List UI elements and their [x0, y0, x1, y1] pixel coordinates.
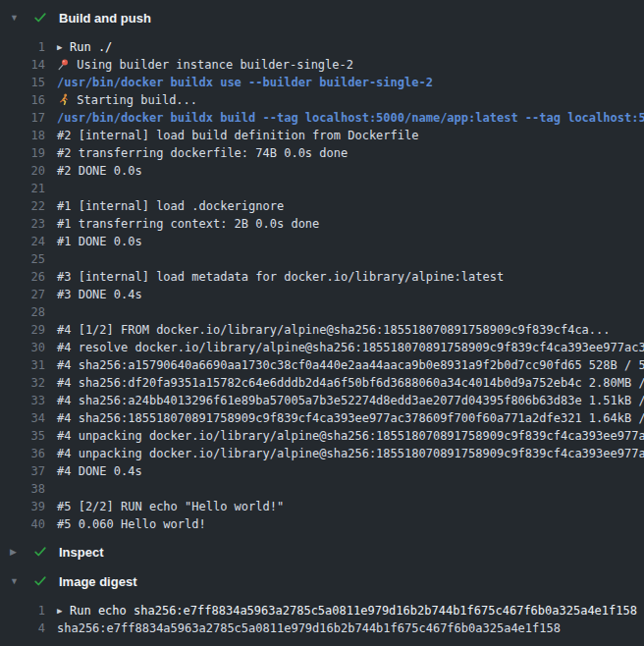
line-number[interactable]: 14 — [0, 56, 45, 74]
check-icon — [33, 11, 59, 25]
line-number[interactable]: 28 — [0, 303, 45, 321]
line-number[interactable]: 17 — [0, 109, 45, 127]
log-text-value: #1 [internal] load .dockerignore — [57, 199, 284, 213]
log-text: #4 sha256:a24bb4013296f61e89ba57005a7b3e… — [57, 392, 644, 409]
line-number[interactable]: 23 — [0, 215, 45, 233]
line-number[interactable]: 31 — [0, 356, 45, 374]
section-title: Build and push — [59, 11, 151, 26]
log-text-value: #4 unpacking docker.io/library/alpine@sh… — [57, 447, 644, 460]
log-line: 23#1 transferring context: 2B 0.0s done — [0, 215, 644, 233]
log-text: #4 resolve docker.io/library/alpine@sha2… — [57, 339, 644, 356]
log-text: #4 sha256:185518070891758909c9f839cf4ca3… — [57, 409, 644, 427]
expand-group-icon[interactable]: ▶ — [57, 602, 70, 619]
line-number[interactable]: 30 — [0, 339, 45, 356]
log-text: #1 [internal] load .dockerignore — [57, 197, 284, 215]
line-number[interactable]: 4 — [0, 619, 45, 637]
log-text: #4 sha256:a15790640a6690aa1730c38cf0a440… — [57, 356, 644, 374]
chevron-right-icon[interactable]: ▶ — [10, 542, 33, 562]
log-line: 34#4 sha256:185518070891758909c9f839cf4c… — [0, 409, 644, 427]
log-line: 29#4 [1/2] FROM docker.io/library/alpine… — [0, 321, 644, 339]
log-line: 36#4 unpacking docker.io/library/alpine@… — [0, 445, 644, 462]
log-line: 24#1 DONE 0.0s — [0, 233, 644, 250]
log-text: #2 [internal] load build definition from… — [57, 127, 418, 144]
line-number[interactable]: 19 — [0, 144, 45, 162]
line-number[interactable]: 1 — [0, 602, 45, 619]
log-line: 16 Starting build... — [0, 91, 644, 109]
log-text: ▶Run ./ — [57, 38, 112, 56]
runner-icon — [57, 93, 70, 106]
log-text: #4 [1/2] FROM docker.io/library/alpine@s… — [57, 321, 611, 339]
line-number[interactable]: 26 — [0, 268, 45, 286]
log-text: #3 DONE 0.4s — [57, 286, 142, 303]
line-number[interactable]: 36 — [0, 445, 45, 462]
log-line: 25 — [0, 250, 644, 268]
line-number[interactable]: 16 — [0, 91, 45, 109]
log-text: #4 sha256:df20fa9351a15782c64e6dddb2d4a6… — [57, 374, 644, 392]
log-line: 1▶Run echo sha256:e7ff8834a5963a2785c5a0… — [0, 602, 644, 619]
section-header-build-and-push[interactable]: ▼Build and push — [0, 3, 644, 32]
line-number[interactable]: 15 — [0, 74, 45, 91]
chevron-down-icon[interactable]: ▼ — [10, 8, 33, 27]
section-header-inspect[interactable]: ▶Inspect — [0, 537, 644, 566]
log-line: 22#1 [internal] load .dockerignore — [0, 197, 644, 215]
line-number[interactable]: 33 — [0, 392, 45, 409]
log-line: 30#4 resolve docker.io/library/alpine@sh… — [0, 339, 644, 356]
log-text-value: #4 sha256:df20fa9351a15782c64e6dddb2d4a6… — [57, 376, 644, 390]
log-text: ▶Run echo sha256:e7ff8834a5963a2785c5a08… — [57, 602, 637, 619]
line-number[interactable]: 22 — [0, 197, 45, 215]
chevron-down-icon[interactable]: ▼ — [10, 571, 33, 591]
log-text: #4 DONE 0.4s — [57, 462, 142, 480]
check-icon — [33, 545, 59, 559]
line-number[interactable]: 38 — [0, 480, 45, 498]
line-number[interactable]: 35 — [0, 427, 45, 445]
log-text: #1 transferring context: 2B 0.0s done — [57, 215, 319, 233]
log-line: 17/usr/bin/docker buildx build --tag loc… — [0, 109, 644, 127]
log-text-value: #4 unpacking docker.io/library/alpine@sh… — [57, 429, 644, 443]
log-line: 21 — [0, 180, 644, 197]
log-text-value: Run echo sha256:e7ff8834a5963a2785c5a081… — [70, 604, 637, 618]
log-text-value: #3 [internal] load metadata for docker.i… — [57, 270, 504, 284]
line-number[interactable]: 27 — [0, 286, 45, 303]
log-line: 20#2 DONE 0.0s — [0, 162, 644, 180]
log-text: #2 DONE 0.0s — [57, 162, 142, 180]
line-number[interactable]: 37 — [0, 462, 45, 480]
line-number[interactable]: 39 — [0, 498, 45, 515]
line-number[interactable]: 34 — [0, 409, 45, 427]
log-text: /usr/bin/docker buildx build --tag local… — [57, 109, 644, 127]
log-section-image-digest: ▼Image digest1▶Run echo sha256:e7ff8834a… — [0, 566, 644, 641]
log-line: 38 — [0, 480, 644, 498]
log-text: #5 [2/2] RUN echo "Hello world!" — [57, 498, 284, 515]
line-number[interactable]: 24 — [0, 233, 45, 250]
line-number[interactable]: 20 — [0, 162, 45, 180]
log-text-value: /usr/bin/docker buildx build --tag local… — [57, 111, 644, 125]
section-title: Image digest — [59, 574, 136, 589]
expand-group-icon[interactable]: ▶ — [57, 38, 70, 56]
log-text-value: #2 [internal] load build definition from… — [57, 129, 418, 142]
line-number[interactable]: 25 — [0, 250, 45, 268]
log-sections: ▼Build and push1▶Run ./14 Using builder … — [0, 3, 644, 641]
log-line: 35#4 unpacking docker.io/library/alpine@… — [0, 427, 644, 445]
log-text: #3 [internal] load metadata for docker.i… — [57, 268, 504, 286]
log-text-value: #4 sha256:a24bb4013296f61e89ba57005a7b3e… — [57, 394, 644, 407]
log-text-value: sha256:e7ff8834a5963a2785c5a0811e979d16b… — [57, 621, 561, 635]
log-text-value: #1 DONE 0.0s — [57, 235, 142, 248]
log-line: 40#5 0.060 Hello world! — [0, 515, 644, 533]
log-line: 27#3 DONE 0.4s — [0, 286, 644, 303]
line-number[interactable]: 40 — [0, 515, 45, 533]
line-number[interactable]: 18 — [0, 127, 45, 144]
line-number[interactable]: 1 — [0, 38, 45, 56]
log-line: 32#4 sha256:df20fa9351a15782c64e6dddb2d4… — [0, 374, 644, 392]
log-section-build-and-push: ▼Build and push1▶Run ./14 Using builder … — [0, 3, 644, 537]
log-text-value: #5 0.060 Hello world! — [57, 517, 206, 531]
log-text-value: #5 [2/2] RUN echo "Hello world!" — [57, 500, 284, 513]
line-number[interactable]: 29 — [0, 321, 45, 339]
log-text-value: #4 sha256:a15790640a6690aa1730c38cf0a440… — [57, 358, 644, 372]
line-number[interactable]: 32 — [0, 374, 45, 392]
log-text: #5 0.060 Hello world! — [57, 515, 206, 533]
log-text: #2 transferring dockerfile: 74B 0.0s don… — [57, 144, 348, 162]
log-text-value: #4 sha256:185518070891758909c9f839cf4ca3… — [57, 411, 644, 425]
log-line: 31#4 sha256:a15790640a6690aa1730c38cf0a4… — [0, 356, 644, 374]
section-header-image-digest[interactable]: ▼Image digest — [0, 566, 644, 596]
log-section-inspect: ▶Inspect — [0, 537, 644, 566]
line-number[interactable]: 21 — [0, 180, 45, 197]
